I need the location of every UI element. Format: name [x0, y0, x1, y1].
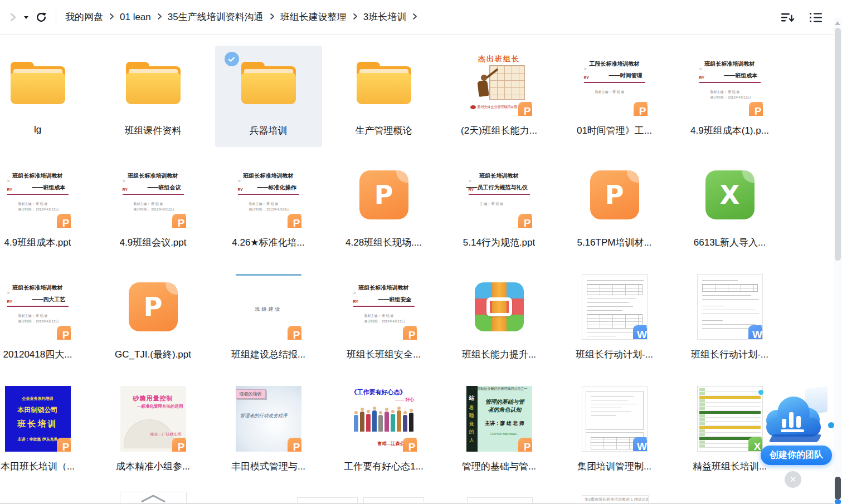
ppt-badge-icon: P: [288, 214, 301, 228]
file-tile[interactable]: 理者的培训管理者的行动改变程序P 丰田模式管理与...: [215, 381, 322, 483]
folder-tile[interactable]: 兵器培训: [215, 46, 322, 147]
ppt-badge-icon: P: [518, 102, 532, 116]
item-label: lg: [34, 124, 41, 135]
file-thumbnail: 杰出班组长 苏州先锋企业管理顾问有限公司P: [466, 50, 532, 116]
file-tile[interactable]: >RY 班组长标准培训教材——标准化操作 教材主编： 蒋 锐 敏修订时间： 20…: [215, 158, 322, 259]
item-label: 兵器培训: [250, 124, 288, 137]
folder-tile[interactable]: 班组课件资料: [100, 46, 207, 147]
file-tile[interactable]: X 6613L新人导入...: [676, 158, 783, 259]
list-view-icon[interactable]: [809, 11, 823, 23]
file-tile[interactable]: >RY 班组长标准培训教材——班组成本 教材主编： 蒋 锐 敏修订时间： 201…: [676, 46, 783, 147]
item-label: 5.16TPM培训材...: [577, 236, 651, 249]
file-thumbnail: >RY 班组长标准培训教材——班组成本 教材主编： 蒋 锐 敏修订时间： 201…: [5, 162, 71, 228]
item-label: GC_TJI.(最終).ppt: [115, 348, 191, 361]
folder-icon: [11, 62, 65, 104]
ppt-badge-icon: P: [57, 214, 71, 228]
breadcrumb-item[interactable]: 35生产线培训资料沟通: [168, 11, 264, 23]
brand-logo: >RY: [469, 179, 474, 193]
file-tile[interactable]: >RY 工段长标准培训教材——时间管理 教材主编： 蒋 锐 敏P 01时间管理》…: [561, 46, 668, 147]
file-tile[interactable]: 《工作要有好心态》—— 好心 富维—江森公司P 工作要有好心态1...: [330, 381, 437, 483]
toolbar: 我的网盘01 lean35生产线培训资料沟通班组长建设整理3班长培训: [0, 0, 842, 35]
ppt-badge-icon: P: [288, 438, 301, 452]
file-tile[interactable]: P 5.16TPM培训材...: [561, 158, 668, 259]
file-tile[interactable]: P GC_TJI.(最終).ppt: [100, 270, 207, 371]
item-label: 6613L新人导入...: [694, 236, 766, 249]
ppt-badge-icon: P: [634, 102, 648, 116]
item-label: 4.9班组成本(1).p...: [690, 124, 769, 137]
chevron-right-icon: [352, 12, 358, 23]
folder-tile[interactable]: lg: [0, 46, 91, 147]
doc-badge-icon: W: [633, 437, 648, 452]
file-thumbnail: X: [697, 386, 763, 452]
item-label: 班组长班组安全...: [347, 348, 421, 361]
doc-badge-icon: W: [748, 325, 763, 340]
file-thumbnail: >RY 班组长标准培训教材——班组成本 教材主编： 蒋 锐 敏修订时间： 201…: [697, 50, 763, 116]
file-thumbnail: W: [582, 386, 648, 452]
ppt-badge-icon: P: [518, 438, 532, 452]
file-tile[interactable]: W 班组长行动计划-...: [561, 270, 668, 371]
scrollbar-up-arrow[interactable]: [835, 21, 840, 25]
file-tile[interactable]: P 4.28班组长现场....: [330, 158, 437, 259]
selected-check-icon[interactable]: [225, 52, 239, 66]
ppt-badge-icon: P: [403, 326, 417, 340]
file-thumbnail: >RY 班组长标准培训教材——四大工艺 教材主编： 蒋 锐 敏修订时间： 201…: [5, 274, 71, 340]
create-team-button[interactable]: 创建你的团队: [761, 446, 832, 465]
item-label: 4.9班组成本.ppt: [4, 236, 71, 249]
brand-logo: >RY: [699, 67, 704, 81]
folder-tile[interactable]: 生产管理概论: [330, 46, 437, 147]
scrollbar-thumb[interactable]: [835, 28, 841, 261]
forward-icon[interactable]: [8, 12, 18, 22]
sort-icon[interactable]: [780, 11, 795, 23]
brand-logo: >RY: [123, 179, 128, 193]
file-grid: lg 班组课件资料 兵器培训 生产管理概论 杰出班组长 苏州先锋企业管理顾问有限…: [0, 35, 833, 493]
ppt-file-icon: P: [129, 282, 178, 331]
file-thumbnail: 《工作要有好心态》—— 好心 富维—江森公司P: [351, 386, 417, 452]
file-tile[interactable]: >RY 班组长培训教材——员工行为规范与礼仪 主 编： 蒋 锐 敏P 5.14行…: [446, 158, 553, 259]
breadcrumb-item[interactable]: 3班长培训: [363, 11, 406, 23]
bar-chart-icon: [781, 408, 807, 432]
file-tile[interactable]: >RY 班组长标准培训教材——班组安全 教材主编： 蒋 锐 敏修订时间： 201…: [330, 270, 437, 371]
view-controls: [780, 11, 823, 23]
file-tile[interactable]: W 班组长行动计划-...: [676, 270, 783, 371]
brand-logo: >RY: [353, 291, 358, 305]
archive-file-icon: [475, 282, 524, 331]
file-tile[interactable]: >RY 班组长标准培训教材——班组成本 教材主编： 蒋 锐 敏修订时间： 201…: [0, 158, 91, 259]
file-tile[interactable]: 企业业务系列培训本田制锁公司班长培训主讲：李政磊 伊东克美P 本田班长培训（..…: [0, 381, 91, 483]
chevron-right-icon: [156, 12, 163, 23]
item-label: 4.28班组长现场....: [345, 236, 422, 249]
file-tile[interactable]: 班组长能力提升...: [446, 270, 553, 371]
ppt-badge-icon: P: [172, 214, 186, 228]
ppt-badge-icon: P: [172, 438, 186, 452]
partial-thumbnail[interactable]: [120, 492, 187, 504]
file-tile[interactable]: 班组建设P 班组建设总结报...: [215, 270, 322, 371]
partial-thumbnail-text: 第3章班组长标准培训教材 1 精益思维: [582, 496, 648, 502]
file-tile[interactable]: 杰出班组长 苏州先锋企业管理顾问有限公司P (2天)班组长能力...: [446, 46, 553, 147]
history-caret-icon[interactable]: [23, 15, 29, 19]
folder-icon: [357, 62, 411, 104]
breadcrumb-item[interactable]: 01 lean: [120, 12, 151, 23]
file-thumbnail: 理者的培训管理者的行动改变程序P: [236, 386, 301, 452]
ppt-badge-icon: P: [288, 326, 301, 340]
breadcrumb-item[interactable]: 班组长建设整理: [280, 11, 347, 23]
item-label: 班组课件资料: [125, 124, 182, 137]
item-label: 01时间管理》工...: [577, 124, 652, 137]
item-label: 丰田模式管理与...: [231, 460, 305, 473]
file-thumbnail: >RY 班组长标准培训教材——班组安全 教材主编： 蒋 锐 敏修订时间： 201…: [351, 274, 417, 340]
item-label: 管理的基础与管...: [462, 460, 536, 473]
doc-badge-icon: W: [633, 325, 648, 340]
ppt-file-icon: P: [359, 170, 408, 219]
refresh-icon[interactable]: [35, 11, 48, 24]
chevron-right-icon: [269, 12, 275, 23]
file-tile[interactable]: W 集团培训管理制...: [561, 381, 668, 483]
item-label: 4.26★标准化培...: [232, 236, 305, 249]
promo-close-icon[interactable]: ✕: [785, 471, 801, 488]
file-tile[interactable]: 全中国制造业最好的管理顾问公司之一 站看睡觉的人 管理的基础与管者的角色认知 主…: [446, 381, 553, 483]
file-tile[interactable]: 砂糖用量控制—标准化管理方法的运用徐永一厂味精车间P 成本精准小组参...: [100, 381, 207, 483]
ppt-badge-icon: P: [518, 214, 532, 228]
brand-logo: >RY: [7, 179, 12, 193]
file-tile[interactable]: >RY 班组长标准培训教材——四大工艺 教材主编： 蒋 锐 敏修订时间： 201…: [0, 270, 91, 371]
breadcrumb: 我的网盘01 lean35生产线培训资料沟通班组长建设整理3班长培训: [65, 11, 418, 23]
breadcrumb-item[interactable]: 我的网盘: [65, 11, 103, 23]
ppt-badge-icon: P: [57, 438, 71, 452]
file-tile[interactable]: >RY 班组长标准培训教材——班组会议 教材主编： 蒋 锐 敏修订时间： 201…: [100, 158, 207, 259]
